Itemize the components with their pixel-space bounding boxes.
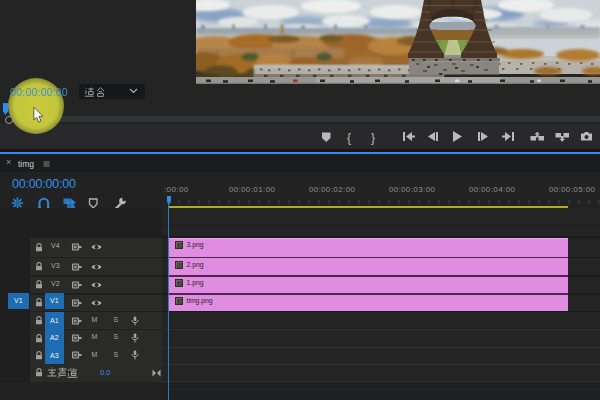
svg-text:{: { <box>347 131 351 145</box>
svg-text:}: } <box>371 131 375 145</box>
